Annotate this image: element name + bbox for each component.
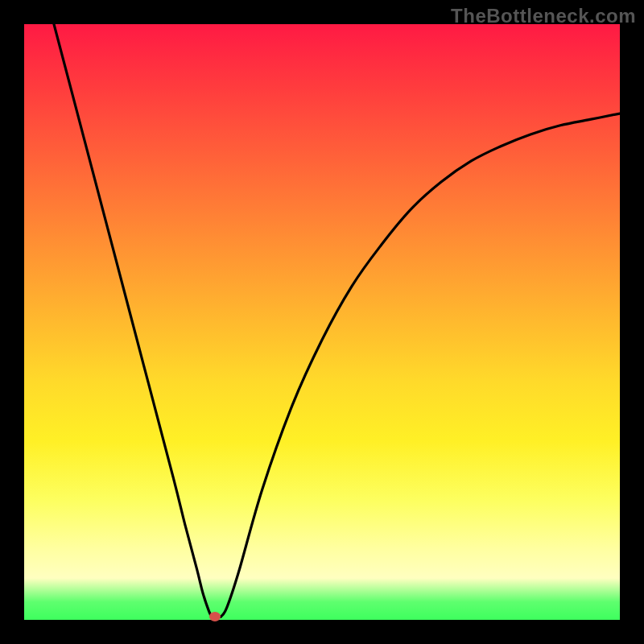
- curve-layer: [24, 24, 620, 620]
- data-marker-dot: [209, 612, 221, 621]
- plot-area: [24, 24, 620, 620]
- curve-right-branch: [221, 114, 620, 617]
- curve-left-branch: [54, 24, 212, 617]
- chart-container: TheBottleneck.com: [0, 0, 644, 644]
